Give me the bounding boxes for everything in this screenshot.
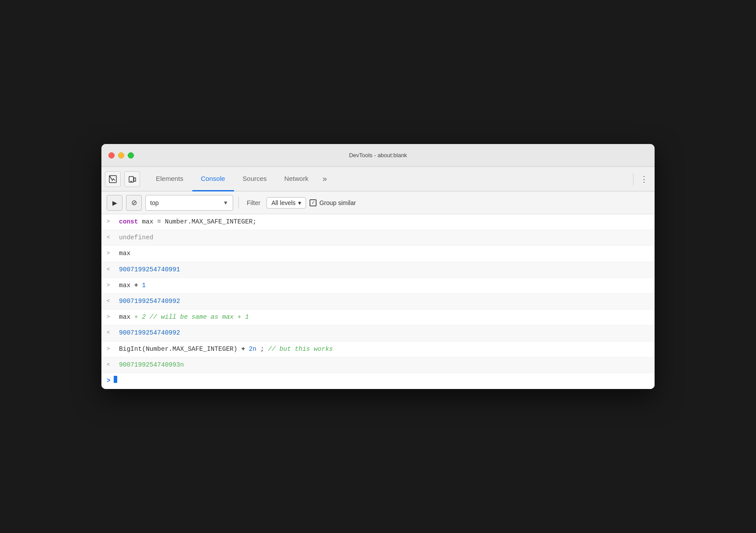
window-title: DevTools - about:blank: [349, 152, 407, 158]
title-bar: DevTools - about:blank: [101, 144, 655, 167]
console-input-line: max: [119, 248, 649, 259]
console-toolbar: ▶ ⊘ top ▼ Filter All levels ▾ ✓ Group si…: [101, 191, 655, 214]
tab-bar: Elements Console Sources Network » ⋮: [101, 167, 655, 191]
output-chevron-icon: <: [107, 296, 115, 306]
input-chevron-icon: >: [107, 281, 115, 290]
inspect-element-button[interactable]: [105, 171, 121, 187]
svg-rect-2: [134, 178, 136, 181]
context-dropdown-arrow: ▼: [223, 200, 228, 206]
console-output-line: 9007199254740992: [119, 296, 649, 306]
console-output-line: 9007199254740993n: [119, 360, 649, 370]
console-output: > const max = Number.MAX_SAFE_INTEGER; <…: [101, 214, 655, 389]
tab-bar-icons: [105, 167, 140, 191]
input-chevron-icon: >: [107, 248, 115, 258]
more-tabs-button[interactable]: »: [317, 167, 332, 191]
console-row: < undefined: [101, 230, 655, 246]
run-script-button[interactable]: ▶: [107, 195, 122, 211]
console-row: < 9007199254740992: [101, 325, 655, 341]
output-chevron-icon: <: [107, 328, 115, 337]
console-prompt-row[interactable]: >: [101, 373, 655, 389]
output-chevron-icon: <: [107, 360, 115, 369]
console-input-line: BigInt(Number.MAX_SAFE_INTEGER) + 2n ; /…: [119, 344, 649, 354]
tab-network[interactable]: Network: [276, 167, 317, 191]
clear-console-button[interactable]: ⊘: [126, 195, 142, 211]
devtools-menu-button[interactable]: ⋮: [637, 172, 651, 186]
group-similar-label: Group similar: [319, 199, 356, 206]
toolbar-divider: [238, 197, 239, 209]
console-row: > BigInt(Number.MAX_SAFE_INTEGER) + 2n ;…: [101, 342, 655, 357]
console-row: < 9007199254740992: [101, 294, 655, 310]
output-chevron-icon: <: [107, 265, 115, 274]
tab-separator: [633, 173, 634, 185]
minimize-button[interactable]: [118, 152, 124, 158]
console-output-line: undefined: [119, 233, 649, 243]
console-cursor[interactable]: [114, 376, 117, 383]
input-chevron-icon: >: [107, 217, 115, 226]
context-value: top: [150, 199, 220, 206]
tab-console[interactable]: Console: [192, 167, 234, 191]
group-similar-checkbox-box[interactable]: ✓: [310, 199, 317, 206]
tab-bar-tabs: Elements Console Sources Network »: [147, 167, 633, 191]
console-row: < 9007199254740993n: [101, 357, 655, 373]
console-output-line: 9007199254740992: [119, 328, 649, 338]
input-chevron-icon: >: [107, 312, 115, 321]
device-toolbar-button[interactable]: [124, 171, 140, 187]
console-row: > const max = Number.MAX_SAFE_INTEGER;: [101, 214, 655, 230]
console-row: < 9007199254740991: [101, 262, 655, 278]
console-input-line: max + 2 // will be same as max + 1: [119, 312, 649, 322]
devtools-window: DevTools - about:blank Elements: [101, 144, 655, 389]
tab-bar-right: ⋮: [633, 167, 651, 191]
console-input-line: max + 1: [119, 281, 649, 291]
maximize-button[interactable]: [128, 152, 134, 158]
context-selector[interactable]: top ▼: [145, 195, 233, 211]
log-levels-selector[interactable]: All levels ▾: [266, 197, 306, 209]
filter-label: Filter: [244, 199, 263, 206]
output-chevron-icon: <: [107, 233, 115, 242]
console-input-line: const max = Number.MAX_SAFE_INTEGER;: [119, 217, 649, 227]
prompt-chevron-icon: >: [107, 376, 110, 385]
group-similar-checkbox[interactable]: ✓ Group similar: [310, 199, 356, 206]
console-row: > max + 2 // will be same as max + 1: [101, 310, 655, 325]
console-row: > max: [101, 246, 655, 262]
tab-sources[interactable]: Sources: [234, 167, 276, 191]
input-chevron-icon: >: [107, 344, 115, 353]
tab-elements[interactable]: Elements: [147, 167, 192, 191]
console-row: > max + 1: [101, 278, 655, 294]
close-button[interactable]: [108, 152, 115, 158]
console-output-line: 9007199254740991: [119, 265, 649, 275]
traffic-lights: [108, 152, 134, 158]
